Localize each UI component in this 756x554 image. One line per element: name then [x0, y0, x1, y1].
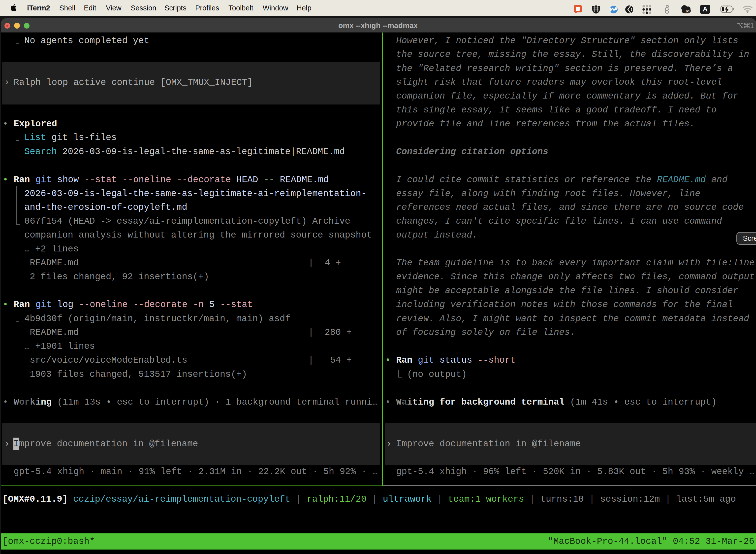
svg-text:1: 1 — [750, 21, 754, 29]
svg-text:..61: ..61 — [684, 9, 690, 13]
